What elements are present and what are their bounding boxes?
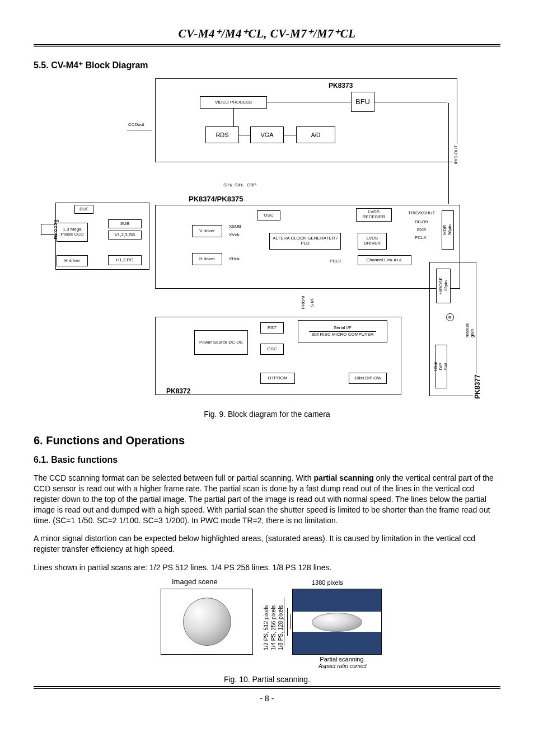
box-bfu: BFU (351, 92, 374, 112)
label-pk8372: PK8372 (166, 387, 190, 395)
box-micro: Serial I/F 8bit RISC MICRO COMPUTER (298, 320, 387, 342)
box-mdr26: MDR 26pin (442, 210, 454, 250)
box-hdriver: H driver (57, 255, 88, 266)
box-power: Power Source DC-DC (194, 330, 248, 355)
section-6-1-para2: A minor signal distortion can be expecte… (34, 533, 500, 555)
footer-divider (34, 686, 500, 687)
label-prom: PROM (301, 295, 306, 311)
page-number: - 8 - (34, 694, 500, 703)
fig10-ps12-label: 1/2 PS, 512 pixels (263, 605, 269, 651)
box-ad: A/D (296, 126, 335, 143)
fig10-imaged-scene-label: Imaged scene (172, 577, 218, 586)
label-xhck: XHck (228, 256, 241, 261)
label-pclk: PCLK (414, 235, 428, 240)
fig9-caption: Fig. 9. Block diagram for the camera (34, 410, 500, 419)
fig10-ps18-label: 1/8 PS, 128 pixels (278, 605, 284, 651)
box-osc1: OSC (257, 210, 280, 220)
fig10-diagram: Imaged scene 1380 pixels 1/2 PS, 512 pix… (149, 577, 385, 673)
label-obp: OBP (246, 182, 257, 187)
fig10-partial-caption: Partial scanning. Aspect ratio correct (303, 656, 382, 669)
box-v1234sg: V1,2,3,SG (108, 231, 142, 240)
label-pk8373: PK8373 (329, 82, 353, 90)
section-5-5-title: 5.5. CV-M4⁺ Block Diagram (34, 60, 500, 71)
box-vga: VGA (250, 126, 284, 143)
section-6-1-title: 6.1. Basic functions (34, 455, 500, 465)
label-xvck: XVck (228, 232, 241, 237)
fig10-ps14-label: 1/4 PS, 256 pixels (270, 605, 277, 651)
label-exs: EXS (416, 227, 427, 232)
fig10-partial-box (292, 589, 382, 655)
box-altera: ALTERA CLOCK GENERATER / PLD (269, 233, 341, 250)
section-6-1-para3: Lines shown in partial scans are: 1/2 PS… (34, 562, 500, 573)
box-rds: RDS (205, 126, 239, 143)
box-buf: BUF (74, 205, 93, 214)
box-video-process: VIDEO PROCESS (200, 96, 267, 109)
label-sh2: S/H₂ (233, 182, 245, 187)
label-pk8377: PK8377 (474, 373, 481, 400)
block-diagram: PK8373 VIDEO PROCESS BFU RDS VGA A/D CCD… (54, 76, 480, 406)
r-knob-icon: R (446, 313, 454, 321)
box-hirose: HIROSE 12pin (436, 269, 451, 303)
ellipse-icon (312, 613, 362, 632)
section-6-1-para1: The CCD scanning format can be selected … (34, 473, 500, 525)
label-ccdout: CCDout (127, 122, 145, 127)
box-osc2: OSC (260, 344, 284, 355)
fig10-scene-box (161, 589, 253, 655)
fig10-1380-label: 1380 pixels (312, 579, 343, 586)
box-dip10: 10bit DIP-SW (349, 373, 387, 384)
box-ccd: 1.3 Mega Pixels CCD (57, 223, 88, 242)
label-d0d9: D0-D9 (414, 219, 429, 224)
box-channel-link: Channel Link A+/L (358, 255, 411, 265)
section-6-title: 6. Functions and Operations (34, 434, 500, 447)
box-h12rg: H1,2,RG (108, 255, 142, 265)
box-dip10b: 10bit DIP SW (435, 345, 447, 388)
box-lvds-drv: LVDS DRIVER (358, 233, 387, 250)
box-vdriver: V driver (192, 225, 222, 237)
label-sif: S I/F (310, 297, 315, 308)
box-sub: SUB (108, 219, 142, 228)
box-hdriver2: H driver (192, 253, 222, 265)
box-otprom: OTPROM (260, 373, 295, 384)
header-divider (34, 44, 500, 46)
box-rst: RST (260, 322, 284, 334)
label-iris-out: IRIS OUT (453, 144, 458, 166)
fig10-caption: Fig. 10. Partial scanning. (34, 675, 500, 684)
box-lvds-rx: LVDS RECEIVER (356, 208, 392, 222)
label-pclk2: PCLK (329, 259, 343, 264)
label-trig: TRIG/XSHUT (407, 210, 436, 215)
label-sh1: S/H₁ (222, 182, 233, 187)
page-header-title: CV-M4⁺/M4⁺CL, CV-M7⁺/M7⁺CL (34, 27, 500, 41)
label-xsub: XSUB (228, 224, 242, 229)
label-pk8374: PK8374/PK8375 (189, 195, 243, 203)
label-manual-gain: manual gain (465, 318, 475, 339)
sphere-icon (183, 598, 231, 646)
